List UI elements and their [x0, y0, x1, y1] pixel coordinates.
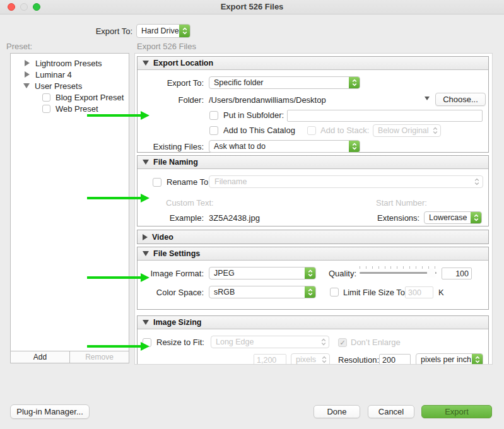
preset-item-blog-export[interactable]: Blog Export Preset	[42, 91, 124, 103]
add-to-stack-label: Add to Stack:	[320, 126, 369, 135]
preset-list: Lightroom Presets Luminar 4 User Presets…	[10, 53, 129, 351]
limit-file-size-label: Limit File Size To:	[343, 288, 407, 297]
put-in-subfolder-label: Put in Subfolder:	[223, 110, 284, 120]
preset-checkbox[interactable]	[42, 105, 50, 113]
chevron-down-icon[interactable]	[143, 251, 149, 256]
add-to-stack-select: Below Original	[373, 124, 441, 137]
slider-ticks	[360, 266, 435, 269]
section-video: Video	[137, 230, 489, 244]
resolution-label: Resolution:	[338, 355, 379, 365]
section-file-naming: File Naming Rename To: Filename Custom T…	[137, 155, 489, 226]
folder-history-disclosure-icon[interactable]	[425, 97, 430, 100]
resolution-unit-select[interactable]: pixels per inch	[416, 353, 483, 365]
quality-slider[interactable]	[360, 266, 437, 279]
export-button[interactable]: Export	[421, 405, 492, 418]
example-filename: 3Z5A2438.jpg	[209, 213, 260, 223]
chevron-down-icon[interactable]	[23, 83, 30, 88]
quality-label: Quality:	[329, 269, 356, 278]
chevron-down-icon[interactable]	[143, 61, 149, 66]
export-settings-panel: Export Location Export To: Specific fold…	[134, 53, 493, 365]
put-in-subfolder-checkbox[interactable]	[209, 111, 218, 120]
stepper-icon	[474, 178, 479, 187]
section-header-image-sizing[interactable]: Image Sizing	[138, 316, 488, 329]
section-header-video[interactable]: Video	[138, 230, 488, 244]
export-to-field-label: Export To:	[138, 78, 204, 88]
rename-template-combo: Filename	[209, 175, 483, 188]
dont-enlarge-checkbox: ✓	[338, 338, 347, 347]
limit-file-size-checkbox[interactable]	[330, 288, 339, 297]
slider-track[interactable]	[360, 272, 437, 274]
resize-size-input	[254, 354, 286, 365]
chevron-down-icon[interactable]	[143, 160, 149, 165]
export-to-folder-select[interactable]: Specific folder	[209, 76, 360, 89]
resolution-input[interactable]	[379, 354, 411, 365]
folder-label: Folder:	[138, 95, 204, 105]
add-preset-button[interactable]: Add	[10, 351, 69, 363]
add-to-catalog-label: Add to This Catalog	[223, 126, 295, 135]
plugin-manager-button[interactable]: Plug-in Manager...	[10, 404, 90, 419]
section-image-sizing: Image Sizing Resize to Fit: Long Edge ✓ …	[137, 315, 489, 365]
rename-to-label: Rename To:	[167, 177, 211, 187]
export-dialog: Export 526 Files Export To: Hard Drive P…	[0, 0, 504, 429]
start-number-label: Start Number:	[376, 198, 427, 208]
stepper-icon	[349, 77, 360, 88]
extensions-select[interactable]: Lowercase	[424, 211, 482, 224]
preset-group-luminar-4[interactable]: Luminar 4	[25, 69, 72, 80]
done-button[interactable]: Done	[314, 405, 360, 418]
limit-unit-label: K	[438, 288, 444, 297]
resize-dimension-select: Long Edge	[211, 336, 329, 348]
stepper-icon	[318, 336, 329, 348]
chevron-down-icon[interactable]	[143, 320, 149, 325]
section-header-file-naming[interactable]: File Naming	[138, 156, 488, 169]
choose-folder-button[interactable]: Choose...	[435, 93, 486, 106]
remove-preset-button: Remove	[69, 351, 129, 363]
resize-to-fit-label: Resize to Fit:	[156, 338, 204, 347]
preset-item-web-preset[interactable]: Web Preset	[42, 103, 98, 114]
existing-files-select[interactable]: Ask what to do	[209, 140, 360, 153]
section-file-settings: File Settings Image Format: JPEG Quality…	[137, 247, 489, 310]
preset-checkbox[interactable]	[42, 93, 50, 102]
preset-group-user-presets[interactable]: User Presets	[23, 80, 82, 91]
add-to-stack-checkbox	[307, 126, 316, 135]
rename-to-checkbox[interactable]	[153, 178, 161, 187]
dont-enlarge-label: Don’t Enlarge	[351, 338, 401, 347]
section-header-file-settings[interactable]: File Settings	[138, 247, 488, 261]
existing-files-label: Existing Files:	[138, 142, 204, 151]
export-to-label: Export To:	[38, 26, 132, 36]
stepper-icon	[319, 354, 329, 365]
preset-panel-label: Preset:	[6, 42, 32, 51]
chevron-right-icon[interactable]	[143, 234, 148, 240]
preset-group-lightroom-presets[interactable]: Lightroom Presets	[25, 57, 102, 69]
window-title: Export 526 Files	[0, 2, 504, 11]
example-label: Example:	[138, 213, 204, 223]
export-to-value: Hard Drive	[137, 26, 179, 35]
subfolder-input[interactable]	[287, 110, 483, 122]
stepper-icon	[471, 212, 481, 223]
limit-file-size-input	[405, 286, 433, 298]
color-space-select[interactable]: sRGB	[209, 286, 316, 298]
preset-actions: Add Remove	[10, 351, 129, 363]
section-header-export-location[interactable]: Export Location	[138, 57, 488, 70]
stepper-icon	[430, 125, 440, 136]
add-to-catalog-checkbox[interactable]	[209, 126, 218, 135]
size-unit-select: pixels	[291, 353, 330, 365]
title-bar: Export 526 Files	[0, 0, 504, 15]
content-panel-title: Export 526 Files	[137, 42, 196, 51]
chevron-right-icon[interactable]	[25, 71, 30, 78]
cancel-button[interactable]: Cancel	[368, 405, 414, 418]
color-space-label: Color Space:	[138, 288, 204, 297]
extensions-label: Extensions:	[377, 213, 419, 223]
stepper-icon	[349, 141, 360, 152]
image-format-select[interactable]: JPEG	[209, 267, 316, 279]
stepper-icon	[472, 354, 483, 365]
stepper-icon	[305, 267, 315, 279]
section-export-location: Export Location Export To: Specific fold…	[137, 56, 489, 153]
chevron-right-icon[interactable]	[25, 60, 30, 66]
export-to-select[interactable]: Hard Drive	[136, 24, 190, 38]
custom-text-label: Custom Text:	[166, 198, 214, 208]
slider-thumb[interactable]	[427, 268, 435, 278]
folder-path: /Users/brendanwilliams/Desktop	[209, 95, 326, 105]
stepper-icon	[305, 286, 315, 298]
stepper-icon	[179, 25, 190, 37]
quality-input[interactable]	[442, 267, 472, 279]
